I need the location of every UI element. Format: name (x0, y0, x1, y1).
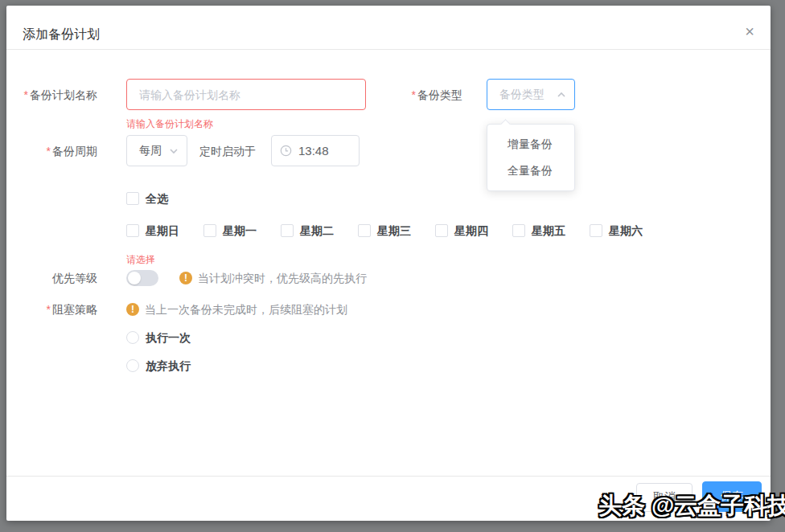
save-button[interactable]: 保存 (702, 481, 762, 512)
plan-name-error: 请输入备份计划名称 (126, 117, 213, 131)
weekday-checkbox-saturday[interactable] (590, 224, 602, 237)
add-backup-plan-dialog: 添加备份计划 × *备份计划名称 请输入备份计划名称 *备份类型 备份类型 增量… (6, 6, 771, 521)
time-value: 13:48 (298, 144, 329, 158)
plan-name-label: *备份计划名称 (6, 88, 97, 103)
chevron-up-icon (557, 90, 566, 100)
blocking-hint: 当上一次备份未完成时，后续阻塞的计划 (145, 303, 347, 317)
weekday-checkbox-thursday[interactable] (435, 224, 448, 237)
plan-name-input[interactable] (126, 79, 366, 110)
weekday-label-saturday[interactable]: 星期六 (609, 224, 643, 239)
cancel-button[interactable]: 取消 (636, 483, 693, 512)
weekday-checkbox-tuesday[interactable] (281, 224, 294, 237)
cycle-label: *备份周期 (6, 145, 97, 159)
warning-icon: ! (126, 303, 139, 316)
backup-type-select[interactable]: 备份类型 (487, 79, 575, 110)
cycle-select[interactable]: 每周 (126, 135, 187, 166)
weekday-checkbox-sunday[interactable] (126, 224, 139, 237)
cycle-value: 每周 (139, 144, 169, 158)
warning-icon: ! (179, 272, 192, 284)
toggle-knob (128, 272, 141, 284)
dialog-header: 添加备份计划 × (6, 6, 771, 50)
required-mark: * (47, 303, 51, 316)
weekday-label-friday[interactable]: 星期五 (532, 224, 565, 239)
select-all-checkbox[interactable] (126, 192, 139, 205)
required-mark: * (47, 145, 51, 158)
time-picker-input[interactable]: 13:48 (271, 135, 360, 166)
radio-execute-once-label[interactable]: 执行一次 (146, 331, 191, 346)
radio-abandon[interactable] (126, 359, 139, 372)
radio-abandon-label[interactable]: 放弃执行 (146, 359, 191, 374)
close-icon[interactable]: × (745, 23, 754, 39)
weekday-label-tuesday[interactable]: 星期二 (300, 224, 334, 239)
backup-type-option-incremental[interactable]: 增量备份 (487, 131, 574, 158)
backup-type-dropdown: 增量备份 全量备份 (487, 124, 575, 191)
required-mark: * (24, 88, 28, 101)
start-at-label: 定时启动于 (199, 145, 256, 159)
backup-type-value: 备份类型 (499, 88, 557, 102)
weekday-label-wednesday[interactable]: 星期三 (377, 224, 411, 239)
blocking-label: *阻塞策略 (6, 303, 97, 317)
weekday-checkbox-monday[interactable] (203, 224, 216, 237)
chevron-down-icon (169, 146, 179, 156)
backup-type-option-full[interactable]: 全量备份 (487, 158, 574, 184)
dropdown-arrow (500, 119, 511, 129)
weekday-label-sunday[interactable]: 星期日 (146, 224, 179, 239)
backup-type-label: *备份类型 (372, 88, 462, 103)
dialog-title: 添加备份计划 (23, 27, 100, 43)
weekday-label-monday[interactable]: 星期一 (223, 224, 257, 239)
priority-label: 优先等级 (6, 272, 97, 286)
select-all-label[interactable]: 全选 (146, 192, 168, 207)
priority-hint: 当计划冲突时，优先级高的先执行 (198, 272, 367, 286)
weekday-checkbox-wednesday[interactable] (358, 224, 371, 237)
clock-icon (280, 145, 292, 157)
dialog-footer: 取消 保存 (6, 476, 771, 521)
priority-toggle[interactable] (126, 270, 158, 286)
weekday-label-thursday[interactable]: 星期四 (454, 224, 488, 239)
required-mark: * (412, 88, 416, 101)
radio-execute-once[interactable] (126, 331, 139, 344)
weekdays-error: 请选择 (126, 253, 155, 267)
weekday-checkbox-friday[interactable] (512, 224, 525, 237)
